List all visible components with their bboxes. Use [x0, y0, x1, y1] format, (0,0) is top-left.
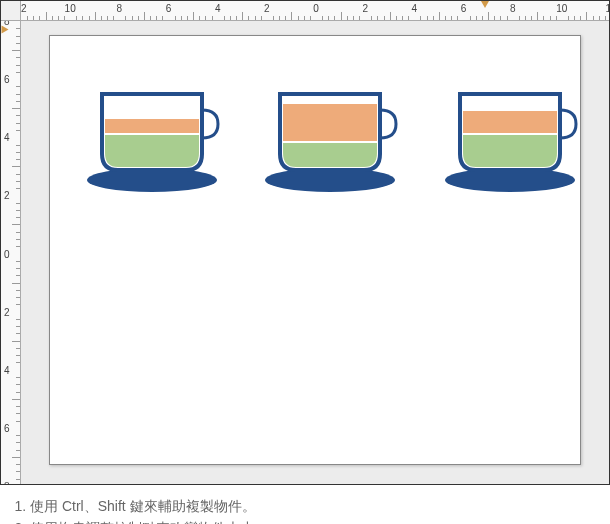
- ruler-v-label: 8: [4, 481, 10, 485]
- ruler-v-label: 2: [4, 190, 10, 201]
- ruler-h-label: 10: [65, 3, 76, 14]
- ruler-v-label: 0: [4, 248, 10, 259]
- instruction-item: 使用拖曳調整控制點來改變物件大小。: [30, 517, 604, 524]
- ruler-h-label: 0: [313, 3, 319, 14]
- ruler-corner: [1, 1, 21, 21]
- ruler-h-label: 8: [117, 3, 123, 14]
- ruler-h-label: 4: [215, 3, 221, 14]
- ruler-h-label: 10: [556, 3, 567, 14]
- ruler-h-label: 4: [412, 3, 418, 14]
- ruler-h-label: 6: [461, 3, 467, 14]
- coffee-cup-shape[interactable]: [82, 86, 232, 200]
- canvas-stage[interactable]: [21, 21, 609, 484]
- coffee-cup-shape[interactable]: [440, 86, 590, 200]
- ruler-h-label: 12: [605, 3, 609, 14]
- cup-icon: [82, 86, 232, 196]
- ruler-v-label: 6: [4, 422, 10, 433]
- ruler-h-label: 8: [510, 3, 516, 14]
- svg-rect-1: [105, 119, 199, 134]
- ruler-h-label: 2: [362, 3, 368, 14]
- instruction-item: 使用 Ctrl、Shift 鍵來輔助複製物件。: [30, 495, 604, 517]
- svg-rect-4: [283, 104, 377, 142]
- document-page[interactable]: [49, 35, 581, 465]
- vertical-ruler[interactable]: 864202468: [1, 21, 21, 484]
- ruler-h-label: 12: [21, 3, 27, 14]
- ruler-v-label: 6: [4, 74, 10, 85]
- instructions-panel: 使用 Ctrl、Shift 鍵來輔助複製物件。使用拖曳調整控制點來改變物件大小。: [0, 485, 610, 524]
- ruler-v-label: 4: [4, 364, 10, 375]
- cup-icon: [440, 86, 590, 196]
- ruler-v-label: 2: [4, 306, 10, 317]
- editor-window: 12108642024681012 864202468: [0, 0, 610, 485]
- horizontal-ruler[interactable]: 12108642024681012: [21, 1, 609, 21]
- ruler-h-label: 2: [264, 3, 270, 14]
- svg-rect-7: [463, 111, 557, 134]
- ruler-h-label: 6: [166, 3, 172, 14]
- cup-icon: [260, 86, 410, 196]
- ruler-v-label: 4: [4, 132, 10, 143]
- coffee-cup-shape[interactable]: [260, 86, 410, 200]
